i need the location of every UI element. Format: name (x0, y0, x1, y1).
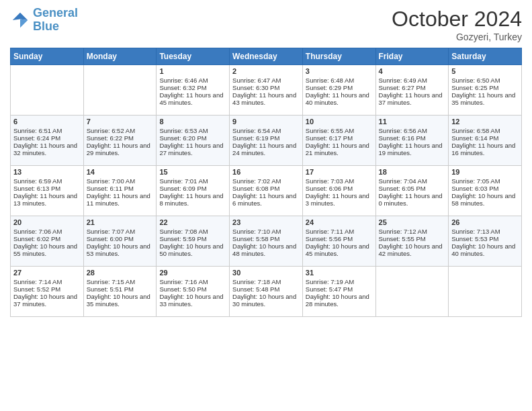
calendar-table: Sunday Monday Tuesday Wednesday Thursday… (10, 48, 522, 317)
svg-marker-0 (13, 13, 28, 20)
daylight-text: Daylight: 11 hours and 21 minutes. (306, 142, 369, 156)
day-number: 5 (451, 67, 519, 75)
sunrise-text: Sunrise: 7:03 AM (306, 177, 354, 185)
sunrise-text: Sunrise: 6:56 AM (379, 127, 427, 134)
week-row-1: 1 Sunrise: 6:46 AM Sunset: 6:32 PM Dayli… (11, 65, 522, 116)
week-row-5: 27 Sunrise: 7:14 AM Sunset: 5:52 PM Dayl… (11, 267, 522, 317)
daylight-text: Daylight: 11 hours and 43 minutes. (232, 91, 296, 106)
daylight-text: Daylight: 10 hours and 42 minutes. (379, 242, 443, 257)
sunrise-text: Sunrise: 6:53 AM (159, 127, 208, 134)
sunrise-text: Sunrise: 6:52 AM (87, 127, 135, 134)
sunset-text: Sunset: 6:02 PM (13, 235, 60, 242)
daylight-text: Daylight: 10 hours and 37 minutes. (13, 293, 77, 308)
svg-marker-1 (20, 19, 28, 28)
sunset-text: Sunset: 5:50 PM (159, 285, 206, 293)
sunrise-text: Sunrise: 6:51 AM (13, 127, 62, 134)
day-number: 4 (379, 67, 446, 75)
day-cell: 29 Sunrise: 7:16 AM Sunset: 5:50 PM Dayl… (157, 267, 230, 317)
day-cell: 26 Sunrise: 7:13 AM Sunset: 5:53 PM Dayl… (449, 216, 522, 267)
day-cell: 10 Sunrise: 6:55 AM Sunset: 6:17 PM Dayl… (302, 116, 375, 166)
sunset-text: Sunset: 6:30 PM (232, 84, 279, 91)
location-subtitle: Gozyeri, Turkey (392, 32, 522, 42)
day-number: 27 (13, 269, 81, 277)
sunset-text: Sunset: 6:20 PM (159, 134, 206, 142)
sunrise-text: Sunrise: 7:11 AM (306, 228, 354, 235)
sunset-text: Sunset: 6:13 PM (13, 185, 60, 192)
sunset-text: Sunset: 6:06 PM (306, 185, 353, 192)
sunrise-text: Sunrise: 7:12 AM (379, 228, 427, 235)
sunrise-text: Sunrise: 7:02 AM (232, 177, 281, 185)
sunrise-text: Sunrise: 7:08 AM (159, 228, 208, 235)
day-cell: 18 Sunrise: 7:04 AM Sunset: 6:05 PM Dayl… (375, 166, 449, 216)
day-cell: 5 Sunrise: 6:50 AM Sunset: 6:25 PM Dayli… (449, 65, 522, 116)
sunset-text: Sunset: 6:27 PM (379, 84, 426, 91)
day-cell: 14 Sunrise: 7:00 AM Sunset: 6:11 PM Dayl… (83, 166, 157, 216)
daylight-text: Daylight: 10 hours and 40 minutes. (451, 242, 515, 257)
day-number: 14 (87, 168, 154, 176)
col-saturday: Saturday (449, 48, 522, 65)
sunset-text: Sunset: 5:52 PM (13, 285, 60, 293)
day-number: 2 (232, 67, 300, 75)
daylight-text: Daylight: 11 hours and 16 minutes. (451, 142, 515, 156)
daylight-text: Daylight: 11 hours and 35 minutes. (451, 91, 515, 106)
daylight-text: Daylight: 10 hours and 45 minutes. (306, 242, 369, 257)
col-tuesday: Tuesday (157, 48, 230, 65)
sunset-text: Sunset: 5:53 PM (451, 235, 498, 242)
day-cell: 7 Sunrise: 6:52 AM Sunset: 6:22 PM Dayli… (83, 116, 157, 166)
day-cell: 20 Sunrise: 7:06 AM Sunset: 6:02 PM Dayl… (11, 216, 84, 267)
day-number: 7 (87, 118, 154, 126)
day-number: 30 (232, 269, 300, 277)
daylight-text: Daylight: 11 hours and 37 minutes. (379, 91, 443, 106)
day-number: 10 (306, 118, 373, 126)
daylight-text: Daylight: 10 hours and 55 minutes. (13, 242, 77, 257)
sunset-text: Sunset: 6:32 PM (159, 84, 206, 91)
page-container: General Blue October 2024 Gozyeri, Turke… (0, 0, 532, 324)
week-row-3: 13 Sunrise: 6:59 AM Sunset: 6:13 PM Dayl… (11, 166, 522, 216)
week-row-4: 20 Sunrise: 7:06 AM Sunset: 6:02 PM Dayl… (11, 216, 522, 267)
daylight-text: Daylight: 11 hours and 0 minutes. (379, 192, 443, 207)
sunrise-text: Sunrise: 7:06 AM (13, 228, 62, 235)
sunset-text: Sunset: 5:56 PM (306, 235, 353, 242)
sunset-text: Sunset: 6:03 PM (451, 185, 498, 192)
day-number: 28 (87, 269, 154, 277)
sunset-text: Sunset: 6:08 PM (232, 185, 279, 192)
sunrise-text: Sunrise: 6:59 AM (13, 177, 62, 185)
header: General Blue October 2024 Gozyeri, Turke… (10, 7, 522, 42)
day-cell (449, 267, 522, 317)
daylight-text: Daylight: 10 hours and 48 minutes. (232, 242, 296, 257)
col-sunday: Sunday (11, 48, 84, 65)
day-number: 1 (159, 67, 226, 75)
sunrise-text: Sunrise: 7:14 AM (13, 278, 62, 285)
day-cell: 13 Sunrise: 6:59 AM Sunset: 6:13 PM Dayl… (11, 166, 84, 216)
daylight-text: Daylight: 10 hours and 53 minutes. (87, 242, 150, 257)
sunrise-text: Sunrise: 7:18 AM (232, 278, 281, 285)
sunset-text: Sunset: 5:55 PM (379, 235, 426, 242)
day-cell: 31 Sunrise: 7:19 AM Sunset: 5:47 PM Dayl… (302, 267, 375, 317)
day-number: 6 (13, 118, 81, 126)
sunrise-text: Sunrise: 6:47 AM (232, 77, 281, 84)
sunset-text: Sunset: 5:58 PM (232, 235, 279, 242)
sunset-text: Sunset: 6:00 PM (87, 235, 134, 242)
day-cell: 17 Sunrise: 7:03 AM Sunset: 6:06 PM Dayl… (302, 166, 375, 216)
daylight-text: Daylight: 11 hours and 8 minutes. (159, 192, 223, 207)
sunset-text: Sunset: 5:47 PM (306, 285, 353, 293)
sunrise-text: Sunrise: 7:00 AM (87, 177, 135, 185)
daylight-text: Daylight: 10 hours and 35 minutes. (87, 293, 150, 308)
sunset-text: Sunset: 6:14 PM (451, 134, 498, 142)
sunset-text: Sunset: 6:11 PM (87, 185, 134, 192)
sunrise-text: Sunrise: 6:58 AM (451, 127, 500, 134)
daylight-text: Daylight: 11 hours and 29 minutes. (87, 142, 150, 156)
sunset-text: Sunset: 5:51 PM (87, 285, 134, 293)
daylight-text: Daylight: 11 hours and 3 minutes. (306, 192, 369, 207)
day-cell: 19 Sunrise: 7:05 AM Sunset: 6:03 PM Dayl… (449, 166, 522, 216)
day-number: 17 (306, 168, 373, 176)
day-number: 21 (87, 218, 154, 226)
sunrise-text: Sunrise: 7:05 AM (451, 177, 500, 185)
day-cell (83, 65, 157, 116)
day-cell: 25 Sunrise: 7:12 AM Sunset: 5:55 PM Dayl… (375, 216, 449, 267)
sunrise-text: Sunrise: 7:01 AM (159, 177, 208, 185)
logo-icon (10, 10, 30, 30)
daylight-text: Daylight: 11 hours and 40 minutes. (306, 91, 369, 106)
daylight-text: Daylight: 11 hours and 13 minutes. (13, 192, 77, 207)
day-cell: 27 Sunrise: 7:14 AM Sunset: 5:52 PM Dayl… (11, 267, 84, 317)
